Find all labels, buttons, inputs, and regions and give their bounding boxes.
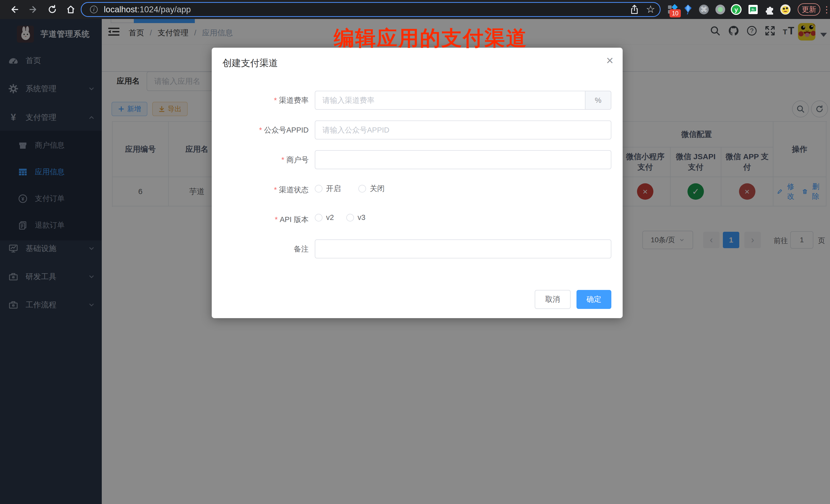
percent-append: % (585, 91, 611, 110)
rate-label: *渠道费率 (212, 95, 309, 106)
radio-circle (315, 185, 322, 192)
radio-api-v2[interactable]: v2 (315, 213, 334, 222)
api-radio-group: v2 v3 (315, 213, 382, 222)
site-info-icon[interactable]: i (90, 6, 98, 13)
status-radio-group: 开启 关闭 (315, 184, 401, 194)
extension-dot-icon[interactable] (715, 4, 726, 15)
appid-input[interactable] (315, 121, 611, 139)
api-version-label: *API 版本 (212, 215, 309, 225)
dialog-close-icon[interactable]: × (606, 54, 613, 67)
browser-update-button[interactable]: 更新 (798, 3, 820, 15)
create-channel-dialog: 创建支付渠道 × *渠道费率 % *公众号APPID *商户号 *渠道状态 开启… (212, 48, 622, 318)
appid-label: *公众号APPID (212, 125, 309, 135)
share-icon[interactable] (629, 4, 639, 13)
browser-forward-icon[interactable] (29, 5, 38, 14)
annotation-text: 编辑应用的支付渠道 (334, 25, 528, 52)
radio-circle (315, 214, 322, 221)
browser-reload-icon[interactable] (48, 5, 57, 14)
dialog-title: 创建支付渠道 (223, 57, 278, 69)
extension-badge: 10 (670, 9, 681, 18)
bookmark-star-icon[interactable]: ☆ (646, 4, 655, 13)
cancel-button[interactable]: 取消 (535, 290, 571, 309)
radio-api-v3[interactable]: v3 (346, 213, 365, 222)
status-label: *渠道状态 (212, 185, 309, 195)
remark-input[interactable] (315, 240, 611, 258)
merchant-input[interactable] (315, 150, 611, 169)
extension-y-icon[interactable]: y (731, 4, 742, 15)
radio-status-off[interactable]: 关闭 (358, 184, 384, 194)
url-text: localhost:1024/pay/app (104, 5, 191, 14)
merchant-label: *商户号 (212, 155, 309, 165)
radio-status-on[interactable]: 开启 (315, 184, 341, 194)
svg-text:⌘: ⌘ (701, 6, 707, 13)
radio-circle (358, 185, 366, 192)
extension-kite-icon[interactable] (682, 4, 694, 15)
radio-circle (346, 214, 354, 221)
rate-input[interactable] (315, 91, 585, 110)
browser-chrome: i localhost:1024/pay/app ☆ 10 ⌘ y 更新 ⋮ (0, 0, 830, 19)
browser-home-icon[interactable] (66, 5, 75, 14)
extension-chat-icon[interactable] (747, 4, 759, 15)
svg-text:y: y (734, 6, 738, 13)
remark-label: 备注 (212, 244, 309, 254)
extension-cmd-icon[interactable]: ⌘ (698, 4, 709, 15)
extensions-puzzle-icon[interactable] (764, 4, 775, 15)
browser-back-icon[interactable] (10, 5, 19, 14)
browser-menu-icon[interactable]: ⋮ (822, 3, 830, 16)
profile-emoji-icon[interactable] (780, 4, 791, 15)
address-bar[interactable]: i localhost:1024/pay/app (81, 2, 661, 17)
confirm-button[interactable]: 确定 (576, 290, 611, 309)
